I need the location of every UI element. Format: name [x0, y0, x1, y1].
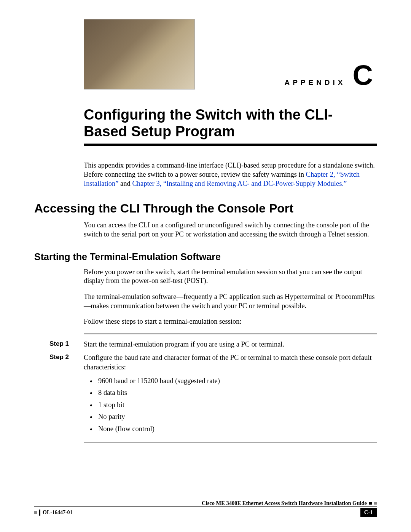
step-label: Step 1: [49, 340, 84, 349]
step2-text: Configure the baud rate and character fo…: [84, 354, 372, 371]
subheading-terminal-emulation: Starting the Terminal-Emulation Software: [34, 251, 377, 262]
intro-text-b: and: [118, 180, 132, 187]
section2-p3: Follow these steps to start a terminal-e…: [84, 317, 377, 326]
step-rule-top: [84, 333, 377, 334]
bar-icon: [39, 510, 40, 516]
square-icon: [374, 502, 377, 505]
list-item: 1 stop bit: [97, 399, 377, 411]
footer-rule: [34, 506, 377, 507]
list-item: No parity: [97, 411, 377, 423]
section2-p2: The terminal-emulation software—frequent…: [84, 292, 377, 310]
step-row: Step 1 Start the terminal-emulation prog…: [49, 340, 377, 349]
square-icon: [369, 502, 372, 505]
square-icon: [34, 511, 37, 514]
appendix-label: APPENDIX: [284, 78, 346, 87]
step-row: Step 2 Configure the baud rate and chara…: [49, 353, 377, 435]
chapter-title: Configuring the Switch with the CLI-Base…: [84, 107, 369, 140]
footer-guide-title: Cisco ME 3400E Ethernet Access Switch Ha…: [202, 500, 367, 506]
list-item: None (flow control): [97, 423, 377, 435]
step-text: Configure the baud rate and character fo…: [84, 353, 377, 435]
list-item: 9600 baud or 115200 baud (suggested rate…: [97, 375, 377, 387]
intro-paragraph: This appendix provides a command-line in…: [84, 161, 377, 188]
footer-doc-number: OL-16447-01: [43, 510, 73, 516]
section1-paragraph: You can access the CLI on a configured o…: [84, 221, 377, 239]
section2-p1: Before you power on the switch, start th…: [84, 268, 377, 286]
step-rule-bottom: [84, 442, 377, 443]
page-footer: Cisco ME 3400E Ethernet Access Switch Ha…: [34, 500, 377, 517]
link-chapter-3[interactable]: Chapter 3, “Installing and Removing AC- …: [132, 180, 347, 187]
step-text: Start the terminal-emulation program if …: [84, 340, 377, 349]
chapter-photo: [84, 19, 195, 89]
section-heading-access-cli: Accessing the CLI Through the Console Po…: [34, 201, 377, 216]
step-label: Step 2: [49, 353, 84, 435]
page-number-badge: C-1: [360, 508, 377, 517]
list-item: 8 data bits: [97, 387, 377, 399]
appendix-letter: C: [353, 61, 373, 89]
config-bullet-list: 9600 baud or 115200 baud (suggested rate…: [84, 375, 377, 435]
title-rule: [84, 144, 377, 146]
